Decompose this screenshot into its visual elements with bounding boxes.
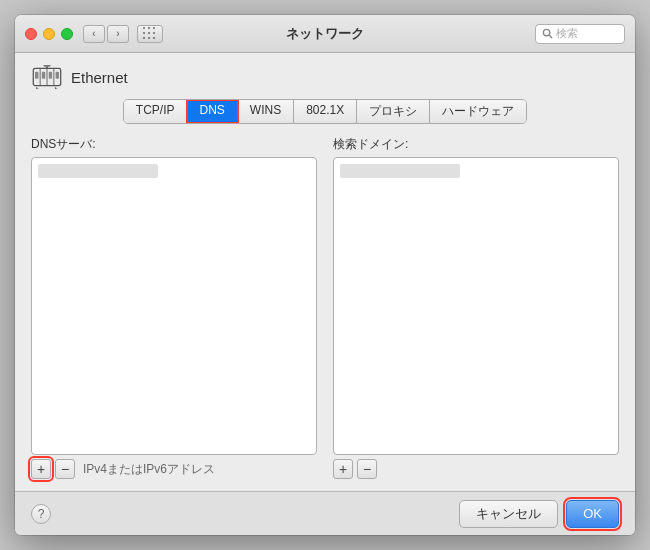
search-domains-controls: + − (333, 459, 619, 479)
search-placeholder: 検索 (556, 26, 578, 41)
svg-rect-6 (35, 72, 38, 79)
dns-server-item (38, 164, 158, 178)
title-bar: ‹ › ネットワーク 検索 (15, 15, 635, 53)
svg-line-1 (549, 35, 552, 38)
tab-tcpip[interactable]: TCP/IP (124, 100, 188, 123)
search-domains-list[interactable] (333, 157, 619, 455)
search-domains-column: 検索ドメイン: + − (333, 136, 619, 479)
back-button[interactable]: ‹ (83, 25, 105, 43)
dns-address-placeholder: IPv4またはIPv6アドレス (83, 461, 215, 478)
minimize-button[interactable] (43, 28, 55, 40)
network-window: ‹ › ネットワーク 検索 (15, 15, 635, 535)
domain-remove-button[interactable]: − (357, 459, 377, 479)
ethernet-header: Ethernet (31, 65, 619, 89)
search-domains-label: 検索ドメイン: (333, 136, 619, 153)
tab-wins[interactable]: WINS (238, 100, 294, 123)
dns-columns: DNSサーバ: + − IPv4またはIPv6アドレス 検索ドメイン: + (31, 136, 619, 479)
search-domain-item (340, 164, 460, 178)
tab-hardware[interactable]: ハードウェア (430, 100, 526, 123)
ok-button[interactable]: OK (566, 500, 619, 528)
svg-point-0 (543, 29, 549, 35)
tab-8021x[interactable]: 802.1X (294, 100, 357, 123)
window-title: ネットワーク (286, 25, 364, 43)
forward-button[interactable]: › (107, 25, 129, 43)
tab-bar: TCP/IP DNS WINS 802.1X プロキシ ハードウェア (123, 99, 527, 124)
bottom-actions: キャンセル OK (459, 500, 619, 528)
dns-add-button[interactable]: + (31, 459, 51, 479)
ethernet-icon (31, 65, 63, 89)
dns-servers-controls: + − IPv4またはIPv6アドレス (31, 459, 317, 479)
dns-remove-button[interactable]: − (55, 459, 75, 479)
svg-rect-11 (44, 65, 51, 67)
close-button[interactable] (25, 28, 37, 40)
domain-add-button[interactable]: + (333, 459, 353, 479)
search-icon (542, 28, 553, 39)
svg-rect-7 (42, 72, 45, 79)
cancel-button[interactable]: キャンセル (459, 500, 558, 528)
help-button[interactable]: ? (31, 504, 51, 524)
maximize-button[interactable] (61, 28, 73, 40)
dns-servers-column: DNSサーバ: + − IPv4またはIPv6アドレス (31, 136, 317, 479)
dns-servers-label: DNSサーバ: (31, 136, 317, 153)
nav-buttons: ‹ › (83, 25, 129, 43)
bottom-bar: ? キャンセル OK (15, 491, 635, 535)
traffic-lights (25, 28, 73, 40)
svg-rect-9 (56, 72, 59, 79)
apps-grid-icon (143, 27, 157, 41)
tabs-container: TCP/IP DNS WINS 802.1X プロキシ ハードウェア (31, 99, 619, 124)
dns-servers-list[interactable] (31, 157, 317, 455)
apps-button[interactable] (137, 25, 163, 43)
search-box[interactable]: 検索 (535, 24, 625, 44)
tab-dns[interactable]: DNS (187, 100, 237, 123)
tab-proxy[interactable]: プロキシ (357, 100, 430, 123)
ethernet-title: Ethernet (71, 69, 128, 86)
svg-rect-8 (49, 72, 52, 79)
content-area: Ethernet TCP/IP DNS WINS 802.1X プロキシ ハード… (15, 53, 635, 491)
